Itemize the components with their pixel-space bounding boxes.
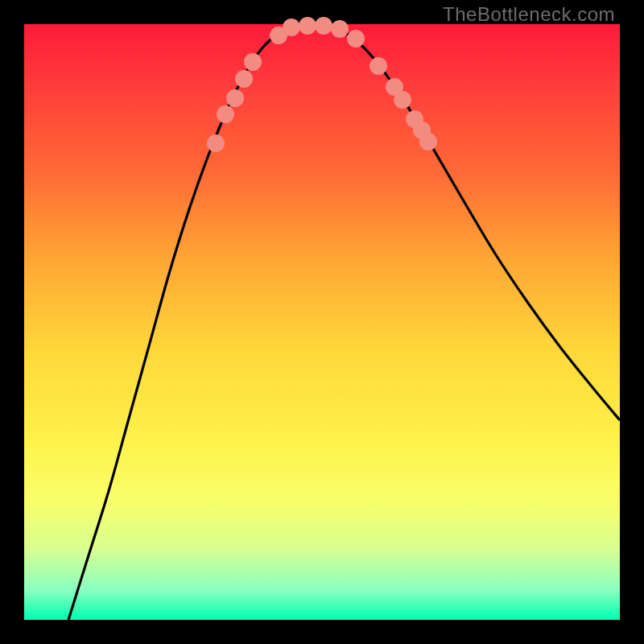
highlight-dot xyxy=(207,134,225,152)
highlight-dot xyxy=(235,70,253,88)
highlight-dots-group xyxy=(207,17,437,152)
highlight-dot xyxy=(283,19,300,36)
chart-area xyxy=(24,24,620,620)
highlight-dot xyxy=(331,20,349,38)
highlight-dot xyxy=(244,53,262,71)
watermark: TheBottleneck.com xyxy=(443,3,615,26)
highlight-dot xyxy=(226,89,244,107)
highlight-dot xyxy=(315,17,332,35)
highlight-dot xyxy=(369,57,387,75)
highlight-dot xyxy=(394,91,411,109)
curve-layer xyxy=(24,24,620,620)
bottleneck-curve xyxy=(68,25,620,620)
highlight-dot xyxy=(419,133,437,151)
highlight-dot xyxy=(347,30,365,47)
highlight-dot xyxy=(217,105,234,123)
highlight-dot xyxy=(299,17,316,35)
